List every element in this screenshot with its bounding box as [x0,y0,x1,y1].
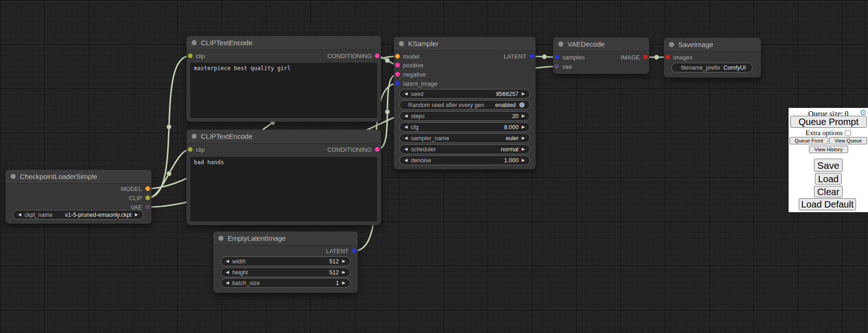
node-collapse-dot-icon[interactable] [669,42,674,47]
save-button[interactable]: Save [814,159,843,172]
sampler-name-widget[interactable]: ◀ sampler_name euler ▶ [399,133,530,143]
node-title-bar: CLIPTextEncode [187,36,381,50]
ckpt-name-widget[interactable]: ◀ ckpt_name v1-5-pruned-emaonly.ckpt ▶ [13,210,143,220]
view-history-button[interactable]: View History [809,146,848,153]
decrement-arrow-icon[interactable]: ◀ [404,158,408,162]
output-label: CONDITIONING [327,146,372,153]
node-collapse-dot-icon[interactable] [192,40,197,45]
image-output-port[interactable] [643,55,648,59]
widget-label: denoise [411,157,431,164]
increment-arrow-icon[interactable]: ▶ [522,147,525,151]
decrement-arrow-icon[interactable]: ◀ [226,281,229,285]
clip-input-port[interactable] [188,54,193,58]
output-row-image: IMAGE [621,53,648,62]
prompt-text: bad hands [194,159,224,166]
widget-label: width [232,258,246,265]
widget-value: enabled [495,102,516,108]
queue-front-button[interactable]: Queue Front [790,137,828,144]
latent-output-port[interactable] [530,54,534,59]
increment-arrow-icon[interactable]: ▶ [522,158,525,162]
cfg-widget[interactable]: ◀ cfg 8.000 ▶ [399,122,530,132]
random-seed-toggle-widget[interactable]: Random seed after every gen enabled [399,100,530,110]
seed-widget[interactable]: ◀ seed 8566257 ▶ [399,89,530,99]
input-label: negative [403,71,426,78]
output-row-clip: CLIP [129,193,150,202]
increment-arrow-icon[interactable]: ▶ [522,136,525,140]
height-widget[interactable]: ◀ height 512 ▶ [221,268,350,277]
decrement-arrow-icon[interactable]: ◀ [404,147,408,151]
node-clip-text-encode-positive[interactable]: CLIPTextEncode clip CONDITIONING masterp… [187,36,381,122]
prompt-textarea[interactable]: bad hands [190,157,377,221]
node-collapse-dot-icon[interactable] [218,236,223,241]
latent-output-port[interactable] [352,249,356,253]
node-clip-text-encode-negative[interactable]: CLIPTextEncode clip CONDITIONING bad han… [187,130,381,225]
input-label: vae [562,63,572,70]
widget-label: height [232,269,248,276]
clip-output-port[interactable] [145,196,150,200]
widget-label: Random seed after every gen [408,102,484,108]
steps-widget[interactable]: ◀ steps 20 ▶ [399,111,530,121]
width-widget[interactable]: ◀ width 512 ▶ [221,256,350,266]
increment-arrow-icon[interactable]: ▶ [522,114,525,118]
decrement-arrow-icon[interactable]: ◀ [404,125,408,129]
node-ksampler[interactable]: KSampler model positive negative latent_… [394,37,536,169]
node-collapse-dot-icon[interactable] [192,134,197,139]
denoise-widget[interactable]: ◀ denoise 1.000 ▶ [399,155,530,165]
toggle-on-icon[interactable] [519,102,525,108]
scheduler-widget[interactable]: ◀ scheduler normal ▶ [399,144,530,154]
conditioning-output-port[interactable] [375,54,380,58]
node-save-image[interactable]: SaveImage images filename_prefix ComfyUI [664,38,761,77]
decrement-arrow-icon[interactable]: ◀ [226,270,229,274]
node-checkpoint-loader[interactable]: CheckpointLoaderSimple MODEL CLIP VAE ◀ … [6,170,151,224]
output-label: IMAGE [621,54,640,61]
extra-options-row: Extra options [789,129,868,137]
latent-image-input-port[interactable] [395,81,400,86]
node-collapse-dot-icon[interactable] [399,41,404,46]
model-input-port[interactable] [395,54,400,59]
images-input-port[interactable] [665,55,670,59]
node-collapse-dot-icon[interactable] [11,174,16,179]
increment-arrow-icon[interactable]: ▶ [522,125,525,129]
extra-options-label: Extra options [806,129,843,137]
load-default-button[interactable]: Load Default [799,198,856,210]
node-title-bar: CheckpointLoaderSimple [6,170,151,184]
prompt-textarea[interactable]: masterpiece best quality girl [190,63,377,118]
input-label: positive [403,62,423,69]
input-label: model [403,53,419,60]
input-label: samples [562,54,585,61]
positive-input-port[interactable] [395,63,400,67]
view-queue-button[interactable]: View Queue [829,137,867,144]
node-collapse-dot-icon[interactable] [558,42,563,47]
increment-arrow-icon[interactable]: ▶ [342,270,345,274]
clip-input-port[interactable] [188,147,193,152]
negative-input-port[interactable] [395,72,400,77]
decrement-arrow-icon[interactable]: ◀ [226,259,229,263]
node-empty-latent-image[interactable]: EmptyLatentImage LATENT ◀ width 512 ▶ ◀ … [213,232,358,293]
samples-input-port[interactable] [555,55,559,59]
increment-arrow-icon[interactable]: ▶ [135,213,138,217]
node-title-bar: EmptyLatentImage [213,232,358,245]
load-button[interactable]: Load [815,173,842,184]
decrement-arrow-icon[interactable]: ◀ [404,114,408,118]
widget-label: seed [411,91,423,97]
extra-options-checkbox[interactable] [845,130,851,136]
decrement-arrow-icon[interactable]: ◀ [404,92,408,96]
filename-prefix-widget[interactable]: filename_prefix ComfyUI [671,63,753,72]
input-row-model: model [395,52,419,61]
decrement-arrow-icon[interactable]: ◀ [404,136,408,140]
model-output-port[interactable] [145,186,150,191]
decrement-arrow-icon[interactable]: ◀ [18,213,21,217]
input-label: latent_image [403,80,437,87]
batch-size-widget[interactable]: ◀ batch_size 1 ▶ [221,278,350,288]
conditioning-output-port[interactable] [375,147,380,152]
vae-input-port[interactable] [555,64,559,69]
vae-output-port[interactable] [145,205,150,209]
increment-arrow-icon[interactable]: ▶ [522,92,525,96]
increment-arrow-icon[interactable]: ▶ [342,281,345,285]
input-label: images [673,54,693,61]
increment-arrow-icon[interactable]: ▶ [342,259,345,263]
queue-prompt-button[interactable]: Queue Prompt [790,116,867,128]
node-vae-decode[interactable]: VAEDecode samples vae IMAGE [553,37,649,74]
clear-button[interactable]: Clear [814,186,843,197]
node-title: SaveImage [678,41,713,48]
